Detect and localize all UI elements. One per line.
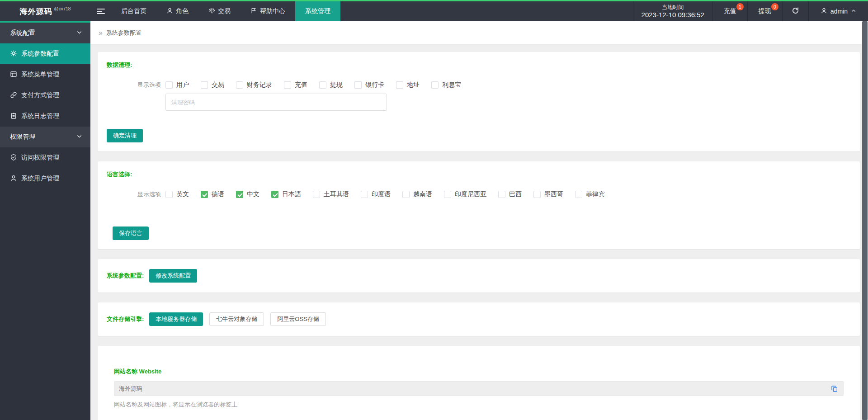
checkbox-unchecked[interactable] [533, 191, 541, 198]
copy-icon[interactable] [830, 385, 839, 393]
checkbox-unchecked[interactable] [313, 191, 320, 198]
sidebar-group-header[interactable]: 权限管理 [0, 127, 90, 147]
checkbox-option[interactable]: 菲律宾 [575, 190, 605, 198]
withdraw-button[interactable]: 提现 0 [747, 1, 782, 21]
sidebar-collapse-icon[interactable] [90, 1, 111, 21]
checkbox-unchecked[interactable] [444, 191, 451, 198]
checkbox-label: 利息宝 [442, 81, 461, 89]
checkbox-unchecked[interactable] [361, 191, 368, 198]
top-nav-item[interactable]: 系统管理 [295, 1, 340, 21]
save-language-button[interactable]: 保存语言 [113, 227, 149, 240]
checkbox-option[interactable]: 银行卡 [354, 81, 384, 89]
top-nav-item-label: 交易 [218, 7, 231, 15]
chevron-down-icon [76, 133, 82, 141]
checkbox-label: 德语 [212, 190, 224, 198]
checkbox-label: 越南语 [413, 190, 432, 198]
checkbox-option[interactable]: 墨西哥 [533, 190, 563, 198]
checkbox-label: 土耳其语 [324, 190, 349, 198]
scales-icon [208, 7, 215, 15]
checkbox-option[interactable]: 越南语 [402, 190, 432, 198]
sidebar-item[interactable]: 系统参数配置 [0, 43, 90, 64]
top-nav-item[interactable]: 后台首页 [111, 1, 156, 21]
storage-engine-title: 文件存储引擎: [107, 315, 144, 323]
local-time: 当地时间 2023-12-10 09:36:52 [633, 1, 712, 21]
checkbox-option[interactable]: 提现 [319, 81, 343, 89]
user-icon [166, 7, 173, 15]
checkbox-option[interactable]: 利息宝 [431, 81, 461, 89]
checkbox-unchecked[interactable] [354, 81, 362, 89]
confirm-clean-button[interactable]: 确定清理 [107, 129, 143, 142]
checkbox-checked[interactable] [236, 191, 243, 198]
checkbox-option[interactable]: 印度语 [361, 190, 391, 198]
user-menu[interactable]: admin [808, 1, 868, 21]
checkbox-label: 菲律宾 [586, 190, 605, 198]
sidebar-item[interactable]: 系统用户管理 [0, 168, 90, 189]
sidebar-item[interactable]: 支付方式管理 [0, 85, 90, 106]
modify-sys-config-button[interactable]: 修改系统配置 [149, 269, 197, 283]
checkbox-unchecked[interactable] [498, 191, 505, 198]
sidebar-item[interactable]: 系统日志管理 [0, 106, 90, 127]
topbar-right: 当地时间 2023-12-10 09:36:52 充值 1 提现 0 adm [633, 1, 868, 21]
checkbox-unchecked[interactable] [165, 191, 173, 198]
checkbox-unchecked[interactable] [201, 81, 208, 89]
checkbox-option[interactable]: 地址 [396, 81, 420, 89]
checkbox-label: 英文 [176, 190, 189, 198]
recharge-button[interactable]: 充值 1 [712, 1, 747, 21]
checkbox-option[interactable]: 英文 [165, 190, 189, 198]
checkbox-unchecked[interactable] [402, 191, 410, 198]
top-nav-item[interactable]: 角色 [156, 1, 198, 21]
checkbox-option[interactable]: 财务记录 [236, 81, 272, 89]
scrollbar-thumb[interactable] [862, 21, 868, 420]
storage-engine-button[interactable]: 阿里云OSS存储 [270, 312, 326, 326]
top-nav-item[interactable]: 帮助中心 [241, 1, 295, 21]
website-name-input-wrap [114, 381, 844, 396]
checkbox-option[interactable]: 中文 [236, 190, 259, 198]
checkbox-option[interactable]: 用户 [165, 81, 189, 89]
website-field-label: 网站名称 Website [114, 368, 844, 376]
page-scrollbar[interactable] [862, 21, 868, 420]
checkbox-label: 提现 [330, 81, 343, 89]
refresh-button[interactable] [782, 1, 808, 21]
checkbox-label: 印度尼西亚 [455, 190, 486, 198]
refresh-icon [792, 7, 799, 16]
app-title: 海外源码 [20, 6, 52, 17]
local-time-label: 当地时间 [662, 4, 684, 11]
checkbox-option[interactable]: 土耳其语 [313, 190, 349, 198]
sys-config-card: 系统参数配置: 修改系统配置 [98, 259, 860, 293]
checkbox-option[interactable]: 巴西 [498, 190, 522, 198]
checkbox-unchecked[interactable] [236, 81, 243, 89]
website-name-input[interactable] [119, 385, 830, 392]
checkbox-option[interactable]: 日本語 [271, 190, 301, 198]
checkbox-checked[interactable] [271, 191, 278, 198]
checkbox-option[interactable]: 德语 [201, 190, 224, 198]
storage-engine-button-active[interactable]: 本地服务器存储 [149, 312, 203, 326]
checkbox-unchecked[interactable] [431, 81, 439, 89]
sidebar-group-header[interactable]: 系统配置 [0, 23, 90, 43]
storage-engine-button[interactable]: 七牛云对象存储 [209, 312, 264, 326]
top-nav-item-label: 帮助中心 [260, 7, 285, 15]
checkbox-option[interactable]: 充值 [284, 81, 307, 89]
website-settings-card: 网站名称 Website网站名称及网站图标，将显示在浏览器的标签上网站名称 We… [98, 346, 860, 420]
checkbox-unchecked[interactable] [319, 81, 326, 89]
data-clean-title: 数据清理: [107, 61, 851, 69]
checkbox-unchecked[interactable] [575, 191, 582, 198]
recharge-label: 充值 [724, 7, 736, 15]
sidebar-item[interactable]: 系统菜单管理 [0, 64, 90, 85]
clean-password-input[interactable] [165, 94, 387, 111]
gear-icon [10, 50, 17, 58]
checkbox-unchecked[interactable] [165, 81, 173, 89]
sidebar-item[interactable]: 访问权限管理 [0, 147, 90, 168]
checkbox-option[interactable]: 印度尼西亚 [444, 190, 486, 198]
top-navbar: 海外源码 @cv718 后台首页角色交易帮助中心系统管理 当地时间 2023-1… [0, 0, 868, 21]
top-nav-item[interactable]: 交易 [198, 1, 241, 21]
user-icon [821, 7, 827, 15]
top-nav-item-label: 角色 [176, 7, 189, 15]
checkbox-unchecked[interactable] [284, 81, 291, 89]
chevron-up-icon [851, 8, 856, 15]
language-options: 英文德语中文日本語土耳其语印度语越南语印度尼西亚巴西墨西哥菲律宾 [165, 190, 617, 198]
checkbox-option[interactable]: 交易 [201, 81, 224, 89]
checkbox-checked[interactable] [201, 191, 208, 198]
checkbox-unchecked[interactable] [396, 81, 403, 89]
content: 数据清理: 显示选项 用户交易财务记录充值提现银行卡地址利息宝 确定清理 语言选… [90, 45, 862, 420]
app-logo[interactable]: 海外源码 @cv718 [0, 1, 90, 21]
